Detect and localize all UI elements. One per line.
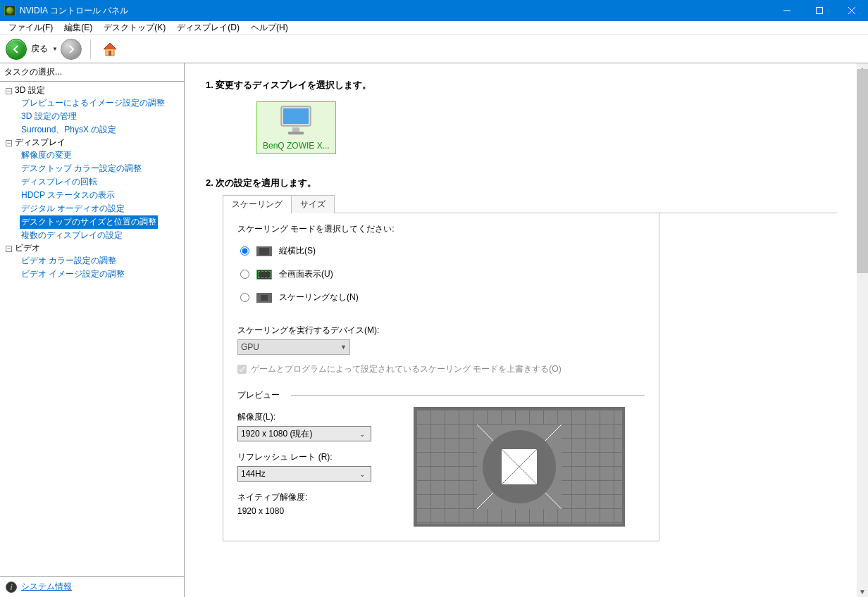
minimize-button[interactable] [771, 0, 803, 21]
back-label: 戻る [31, 43, 48, 55]
radio-full[interactable] [240, 270, 249, 279]
tabs: スケーリング サイズ [223, 195, 837, 213]
preview-divider [291, 395, 645, 396]
nvidia-icon [4, 5, 16, 16]
monitor-item[interactable]: BenQ ZOWIE X... [256, 101, 336, 154]
chevron-down-icon: ⌄ [356, 470, 368, 478]
tree-item-hdcp[interactable]: HDCP ステータスの表示 [20, 189, 116, 202]
toolbar: 戻る ▼ [0, 35, 868, 63]
tree-item-multi-display[interactable]: 複数のディスプレイの設定 [20, 229, 124, 242]
tab-size[interactable]: サイズ [291, 195, 335, 213]
system-info-link[interactable]: システム情報 [21, 581, 72, 593]
refresh-select[interactable]: 144Hz ⌄ [237, 466, 371, 482]
tree-item-3d-manage[interactable]: 3D 設定の管理 [20, 110, 78, 123]
radio-aspect-label: 縦横比(S) [279, 245, 316, 257]
tree-category-video: ビデオ [15, 243, 40, 253]
scaling-mode-label: スケーリング モードを選択してください: [237, 223, 645, 235]
svg-rect-4 [108, 51, 111, 56]
svg-rect-8 [288, 132, 304, 134]
sidebar-footer: システム情報 [0, 576, 184, 597]
tree-toggle-video[interactable]: − [6, 246, 12, 252]
menubar: ファイル(F) 編集(E) デスクトップ(K) ディスプレイ(D) ヘルプ(H) [0, 21, 868, 35]
resolution-select[interactable]: 1920 x 1080 (現在) ⌄ [237, 426, 371, 441]
tree-item-digital-audio[interactable]: デジタル オーディオの設定 [20, 202, 126, 215]
menu-edit[interactable]: 編集(E) [58, 22, 98, 34]
task-tree: −3D 設定 プレビューによるイメージ設定の調整 3D 設定の管理 Surrou… [0, 82, 184, 576]
radio-aspect[interactable] [240, 246, 249, 256]
tree-toggle-display[interactable]: − [6, 140, 12, 146]
tab-panel-scaling: スケーリング モードを選択してください: 縦横比(S) 全画面表示(U) [223, 213, 659, 541]
resolution-select-value: 1920 x 1080 (現在) [241, 428, 312, 440]
tree-item-resolution[interactable]: 解像度の変更 [20, 149, 73, 162]
radio-full-label: 全画面表示(U) [279, 268, 333, 280]
sidebar: タスクの選択... −3D 設定 プレビューによるイメージ設定の調整 3D 設定… [0, 63, 185, 597]
override-checkbox[interactable] [237, 365, 247, 374]
radio-none-label: スケーリングなし(N) [279, 291, 359, 303]
close-button[interactable] [836, 0, 868, 21]
tree-item-3d-surround[interactable]: Surround、PhysX の設定 [20, 123, 118, 137]
monitor-icon [263, 105, 330, 139]
maximize-button[interactable] [803, 0, 836, 21]
main-scrollbar[interactable]: ▲ ▼ [857, 63, 868, 597]
monitor-name: BenQ ZOWIE X... [263, 141, 330, 151]
svg-rect-7 [292, 127, 299, 132]
scroll-down-arrow[interactable]: ▼ [857, 586, 868, 597]
tree-category-display: ディスプレイ [15, 137, 66, 147]
preview-image [414, 407, 625, 527]
native-label: ネイティブ解像度: [237, 491, 378, 503]
tree-item-size-position[interactable]: デスクトップのサイズと位置の調整 [20, 215, 158, 229]
tree-item-video-color[interactable]: ビデオ カラー設定の調整 [20, 254, 118, 268]
tree-item-desktop-color[interactable]: デスクトップ カラー設定の調整 [20, 162, 143, 175]
svg-rect-6 [283, 108, 309, 124]
main-content: ▲ ▼ 1. 変更するディスプレイを選択します。 BenQ ZOWIE X... [185, 63, 868, 597]
tree-category-3d: 3D 設定 [15, 85, 45, 95]
titlebar: NVIDIA コントロール パネル [0, 0, 868, 21]
no-scaling-icon [256, 293, 272, 303]
sidebar-header: タスクの選択... [0, 63, 184, 82]
refresh-label: リフレッシュ レート (R): [237, 451, 378, 463]
svg-rect-1 [817, 8, 823, 14]
tree-toggle-3d[interactable]: − [6, 88, 12, 94]
toolbar-divider [90, 39, 91, 59]
back-button[interactable] [6, 39, 27, 60]
home-button[interactable] [99, 39, 120, 60]
tree-item-video-image[interactable]: ビデオ イメージ設定の調整 [20, 268, 126, 281]
aspect-icon [256, 246, 272, 256]
scroll-thumb[interactable] [857, 69, 868, 273]
fullscreen-icon [256, 270, 272, 279]
system-info-icon [6, 582, 17, 593]
override-checkbox-label: ゲームとプログラムによって設定されているスケーリング モードを上書きする(O) [251, 363, 562, 375]
preview-label: プレビュー [237, 389, 280, 401]
refresh-select-value: 144Hz [241, 469, 266, 479]
menu-help[interactable]: ヘルプ(H) [245, 22, 294, 34]
chevron-down-icon: ▼ [340, 344, 347, 351]
menu-display[interactable]: ディスプレイ(D) [171, 22, 245, 34]
menu-desktop[interactable]: デスクトップ(K) [98, 22, 171, 34]
tree-item-rotation[interactable]: ディスプレイの回転 [20, 175, 99, 189]
menu-file[interactable]: ファイル(F) [3, 22, 58, 34]
forward-button[interactable] [61, 39, 82, 60]
device-select-value: GPU [241, 342, 259, 352]
back-history-dropdown[interactable]: ▼ [52, 46, 58, 52]
tab-scaling[interactable]: スケーリング [223, 195, 292, 213]
chevron-down-icon: ⌄ [356, 430, 368, 438]
step1-title: 1. 変更するディスプレイを選択します。 [206, 79, 837, 92]
window-title: NVIDIA コントロール パネル [20, 5, 771, 17]
tree-item-3d-preview[interactable]: プレビューによるイメージ設定の調整 [20, 96, 166, 110]
device-select[interactable]: GPU ▼ [237, 339, 350, 355]
radio-none[interactable] [240, 293, 249, 302]
device-label: スケーリングを実行するデバイス(M): [237, 325, 645, 337]
native-value: 1920 x 1080 [237, 506, 378, 516]
step2-title: 2. 次の設定を適用します。 [206, 177, 837, 189]
resolution-label: 解像度(L): [237, 411, 378, 423]
